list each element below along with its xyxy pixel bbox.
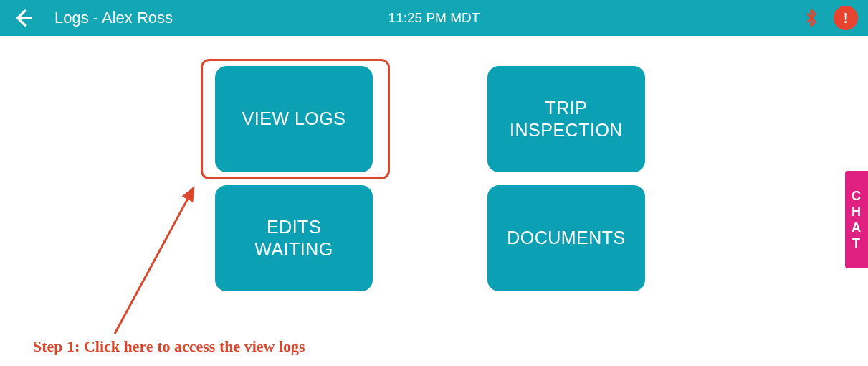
topbar-right-icons: ! xyxy=(802,6,858,30)
bluetooth-icon[interactable] xyxy=(802,7,821,29)
tile-label: DOCUMENTS xyxy=(507,227,626,249)
trip-inspection-button[interactable]: TRIP INSPECTION xyxy=(487,66,645,172)
back-arrow-icon[interactable] xyxy=(10,6,34,30)
chat-letter: C xyxy=(852,189,862,202)
documents-button[interactable]: DOCUMENTS xyxy=(487,185,645,291)
tile-label: VIEW LOGS xyxy=(242,108,346,130)
annotation-step-text: Step 1: Click here to access the view lo… xyxy=(33,337,305,356)
page-title: Logs - Alex Ross xyxy=(54,9,173,27)
chat-letter: A xyxy=(852,221,862,234)
alert-icon[interactable]: ! xyxy=(834,6,858,30)
alert-label: ! xyxy=(844,10,849,27)
view-logs-button[interactable]: VIEW LOGS xyxy=(215,66,373,172)
chat-letter: H xyxy=(852,205,862,218)
tile-label: TRIP INSPECTION xyxy=(499,97,634,142)
tile-grid: VIEW LOGS TRIP INSPECTION EDITS WAITING … xyxy=(215,66,645,291)
tile-label: EDITS WAITING xyxy=(226,216,361,261)
chat-tab-button[interactable]: C H A T xyxy=(845,171,868,268)
edits-waiting-button[interactable]: EDITS WAITING xyxy=(215,185,373,291)
chat-letter: T xyxy=(852,237,861,250)
clock-label: 11:25 PM MDT xyxy=(388,10,480,26)
top-bar: Logs - Alex Ross 11:25 PM MDT ! xyxy=(0,0,868,36)
content-area: VIEW LOGS TRIP INSPECTION EDITS WAITING … xyxy=(0,36,868,366)
annotation-arrow-icon xyxy=(100,179,222,344)
svg-line-2 xyxy=(115,188,194,334)
